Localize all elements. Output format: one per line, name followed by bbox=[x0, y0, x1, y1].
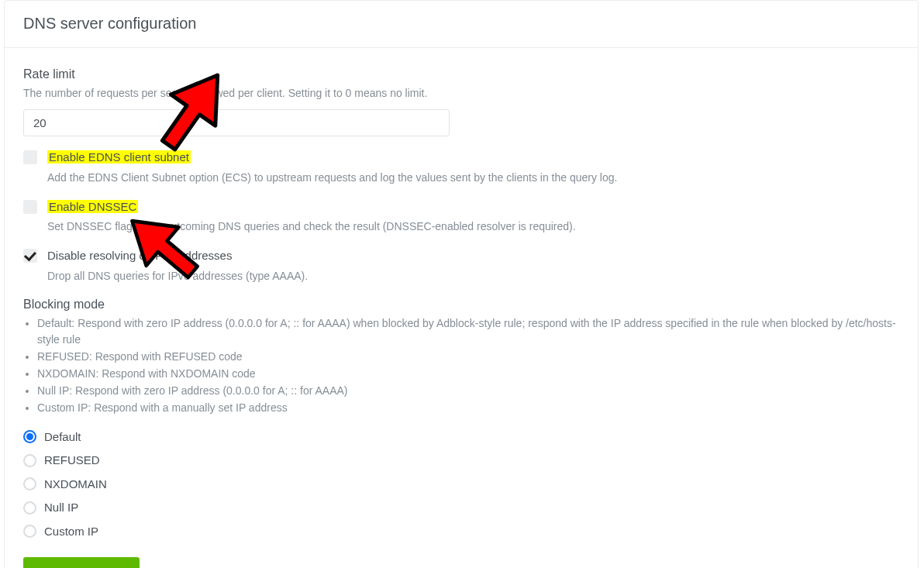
dnssec-checkbox[interactable] bbox=[23, 200, 37, 214]
blocking-bullet: Null IP: Respond with zero IP address (0… bbox=[37, 383, 899, 399]
card-body: Rate limit The number of requests per se… bbox=[5, 48, 918, 568]
radio-refused[interactable] bbox=[23, 454, 36, 467]
blocking-mode-title: Blocking mode bbox=[23, 295, 899, 314]
radio-customip-label: Custom IP bbox=[44, 523, 98, 541]
radio-nxdomain[interactable] bbox=[23, 477, 36, 491]
ipv6-desc: Drop all DNS queries for IPv6 addresses … bbox=[47, 268, 899, 284]
radio-row-default[interactable]: Default bbox=[23, 425, 899, 449]
blocking-mode-radio-group: Default REFUSED NXDOMAIN Null IP Custom … bbox=[23, 425, 899, 544]
radio-refused-label: REFUSED bbox=[44, 452, 100, 470]
dnssec-desc: Set DNSSEC flag in the outcoming DNS que… bbox=[47, 219, 899, 235]
blocking-bullet: Default: Respond with zero IP address (0… bbox=[37, 315, 899, 348]
card-title: DNS server configuration bbox=[23, 12, 899, 35]
blocking-bullet: Custom IP: Respond with a manually set I… bbox=[37, 400, 899, 416]
blocking-bullet: NXDOMAIN: Respond with NXDOMAIN code bbox=[37, 366, 899, 382]
card-header: DNS server configuration bbox=[5, 1, 918, 48]
save-button[interactable]: Save bbox=[23, 557, 140, 568]
radio-row-nxdomain[interactable]: NXDOMAIN bbox=[23, 473, 899, 497]
rate-limit-section: Rate limit The number of requests per se… bbox=[23, 65, 899, 136]
radio-nullip-label: Null IP bbox=[44, 499, 78, 517]
rate-limit-input[interactable] bbox=[23, 109, 450, 136]
edns-row: Enable EDNS client subnet Add the EDNS C… bbox=[23, 149, 899, 186]
blocking-bullet: REFUSED: Respond with REFUSED code bbox=[37, 349, 899, 365]
dnssec-label[interactable]: Enable DNSSEC bbox=[47, 198, 138, 216]
ipv6-row: Disable resolving of IPv6 addresses Drop… bbox=[23, 247, 899, 284]
radio-row-refused[interactable]: REFUSED bbox=[23, 449, 899, 473]
radio-default[interactable] bbox=[23, 430, 36, 443]
radio-row-nullip[interactable]: Null IP bbox=[23, 496, 899, 520]
rate-limit-help: The number of requests per second allowe… bbox=[23, 85, 899, 102]
ipv6-label[interactable]: Disable resolving of IPv6 addresses bbox=[47, 247, 232, 265]
radio-customip[interactable] bbox=[23, 525, 36, 538]
ipv6-checkbox[interactable] bbox=[23, 249, 37, 263]
radio-default-label: Default bbox=[44, 429, 81, 446]
blocking-mode-desc-list: Default: Respond with zero IP address (0… bbox=[23, 315, 899, 416]
edns-desc: Add the EDNS Client Subnet option (ECS) … bbox=[47, 170, 899, 186]
edns-checkbox[interactable] bbox=[23, 150, 37, 164]
rate-limit-label: Rate limit bbox=[23, 65, 899, 84]
dns-config-card: DNS server configuration Rate limit The … bbox=[4, 0, 919, 568]
edns-label[interactable]: Enable EDNS client subnet bbox=[47, 149, 191, 167]
dnssec-row: Enable DNSSEC Set DNSSEC flag in the out… bbox=[23, 198, 899, 236]
radio-nxdomain-label: NXDOMAIN bbox=[44, 476, 107, 494]
radio-row-customip[interactable]: Custom IP bbox=[23, 520, 899, 544]
radio-nullip[interactable] bbox=[23, 501, 36, 515]
